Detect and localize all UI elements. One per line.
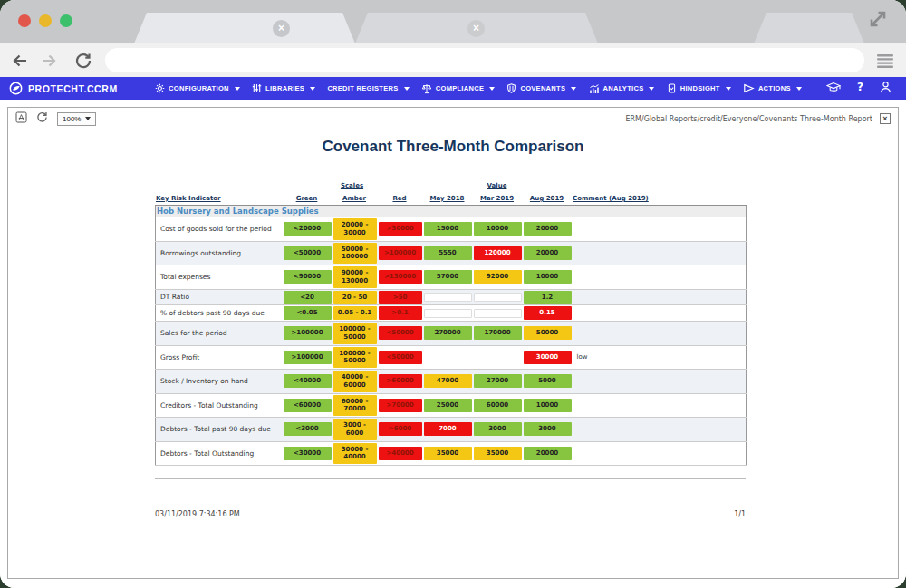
kri-label: Stock / Inventory on hand bbox=[156, 370, 283, 394]
nav-analytics[interactable]: ANALYTICS bbox=[589, 83, 655, 94]
table-row: Creditors - Total Outstanding<6000060000… bbox=[156, 393, 747, 418]
table-row: Debtors - Total past 90 days due<3000300… bbox=[156, 418, 747, 442]
page-number: 1/1 bbox=[734, 510, 746, 518]
value-cell-r: >130000 bbox=[379, 270, 422, 284]
nav-actions[interactable]: ACTIONS bbox=[743, 83, 802, 93]
browser-menu-icon[interactable] bbox=[875, 53, 895, 69]
help-icon[interactable]: ? bbox=[855, 81, 865, 97]
chevron-down-icon bbox=[649, 87, 654, 91]
nav-covenants[interactable]: COVENANTS bbox=[506, 83, 576, 93]
value-cell-g: 57000 bbox=[424, 270, 472, 284]
close-report-icon[interactable]: × bbox=[880, 113, 891, 124]
nav-label: ANALYTICS bbox=[603, 84, 644, 92]
kri-label: Sales for the period bbox=[156, 322, 283, 346]
nav-hindsight[interactable]: HINDSIGHT bbox=[667, 83, 731, 93]
value-cell-g: <3000 bbox=[284, 422, 332, 436]
bar-chart-icon bbox=[589, 83, 600, 94]
column-header: Red bbox=[377, 192, 422, 205]
value-cell-g: <30000 bbox=[284, 447, 332, 460]
value-cell-g: 1.2 bbox=[524, 291, 572, 304]
table-row: Debtors - Total Outstanding<3000030000 -… bbox=[156, 441, 747, 466]
scales-icon bbox=[421, 83, 432, 94]
chevron-down-icon bbox=[85, 117, 91, 120]
tab-close-icon[interactable]: × bbox=[467, 20, 485, 37]
close-window-button[interactable] bbox=[18, 14, 31, 27]
brand-label: PROTECHT.CCRM bbox=[28, 83, 118, 94]
comment-cell bbox=[573, 425, 746, 434]
kri-label: Total expenses bbox=[156, 265, 283, 290]
value-cell-r: >50 bbox=[379, 291, 422, 304]
browser-titlebar: × × bbox=[0, 0, 906, 43]
maximize-window-button[interactable] bbox=[60, 14, 72, 27]
user-icon[interactable] bbox=[880, 81, 892, 97]
value-cell-a: 47000 bbox=[424, 374, 472, 388]
value-cell-g: <20000 bbox=[284, 222, 332, 236]
refresh-icon[interactable] bbox=[74, 52, 92, 70]
table-row: Borrowings outstanding<5000050000 - 1000… bbox=[156, 241, 747, 265]
brand[interactable]: PROTECHT.CCRM bbox=[9, 82, 118, 95]
svg-text:?: ? bbox=[857, 81, 863, 93]
value-cell-g: 20000 bbox=[524, 246, 572, 260]
value-cell-g: <90000 bbox=[284, 270, 332, 284]
group-header-scales: Scales bbox=[282, 179, 422, 192]
nav-libraries[interactable]: LIBRARIES bbox=[252, 83, 315, 93]
value-cell-rw: 0.15 bbox=[524, 306, 572, 320]
nav-label: CONFIGURATION bbox=[169, 84, 229, 92]
nav-credit-registers[interactable]: CREDIT REGISTERS bbox=[327, 84, 409, 92]
graduation-cap-icon[interactable] bbox=[826, 81, 841, 97]
browser-tab-active[interactable] bbox=[134, 13, 355, 43]
report-data-table: Hob Nursery and Landscape Supplies Cost … bbox=[155, 205, 747, 466]
value-cell-eb bbox=[474, 293, 522, 302]
breadcrumb: ERM/Global Reports/credit/Everyone/Coven… bbox=[625, 115, 872, 123]
value-cell-a: 35000 bbox=[474, 447, 522, 460]
value-cell-g: <0.05 bbox=[284, 306, 332, 320]
minimize-window-button[interactable] bbox=[39, 14, 52, 27]
comment-cell bbox=[573, 329, 746, 338]
expand-icon[interactable] bbox=[866, 7, 890, 34]
export-pdf-icon[interactable] bbox=[15, 111, 27, 127]
value-cell-r: >60000 bbox=[379, 374, 422, 388]
browser-navbar bbox=[0, 43, 906, 77]
tab-close-icon[interactable]: × bbox=[273, 20, 290, 37]
value-cell-g: <40000 bbox=[284, 374, 332, 388]
value-cell-eb bbox=[424, 293, 472, 302]
report-refresh-icon[interactable] bbox=[36, 111, 48, 127]
browser-window: × × PROTECHT.CCRM CONFIGURATION bbox=[0, 0, 906, 588]
table-row: Total expenses<9000090000 - 130000>13000… bbox=[156, 265, 747, 290]
value-cell-g: 5000 bbox=[524, 374, 572, 388]
report-body: Covenant Three-Month Comparison Scales V… bbox=[8, 138, 898, 518]
value-cell-g: 3000 bbox=[474, 422, 522, 436]
value-cell-g: 3000 bbox=[524, 422, 572, 436]
kri-label: Debtors - Total past 90 days due bbox=[156, 418, 283, 442]
pennant-icon bbox=[743, 83, 755, 93]
nav-configuration[interactable]: CONFIGURATION bbox=[155, 83, 240, 93]
shield-icon bbox=[506, 83, 516, 93]
value-cell-eb bbox=[474, 309, 522, 318]
table-row: % of debtors past 90 days due<0.050.05 -… bbox=[156, 305, 747, 322]
zoom-select[interactable]: 100% bbox=[57, 112, 96, 126]
value-cell-g: 20000 bbox=[524, 447, 572, 460]
value-cell-a: 20000 - 30000 bbox=[333, 218, 377, 240]
comment-cell bbox=[573, 400, 746, 410]
comment-cell: low bbox=[573, 351, 746, 364]
kri-label: Creditors - Total Outstanding bbox=[156, 393, 283, 418]
url-input[interactable] bbox=[105, 48, 864, 72]
zoom-value: 100% bbox=[63, 115, 81, 123]
nav-compliance[interactable]: COMPLIANCE bbox=[421, 83, 495, 94]
forward-icon[interactable] bbox=[40, 52, 58, 70]
sliders-icon bbox=[252, 83, 262, 93]
chevron-down-icon bbox=[796, 87, 802, 91]
comment-cell bbox=[573, 248, 746, 257]
column-header: Comment (Aug 2019) bbox=[572, 192, 746, 205]
report-divider bbox=[155, 478, 746, 479]
value-cell-g: >100000 bbox=[284, 326, 332, 340]
value-cell-g: 15000 bbox=[424, 222, 472, 236]
value-cell-a: 90000 - 130000 bbox=[333, 266, 377, 288]
browser-tab-partial[interactable] bbox=[754, 13, 864, 43]
nav-label: COMPLIANCE bbox=[436, 84, 484, 92]
value-cell-r: >6000 bbox=[379, 422, 422, 436]
value-cell-rw: 30000 bbox=[524, 351, 572, 364]
back-icon[interactable] bbox=[11, 52, 29, 70]
value-cell-g: <60000 bbox=[284, 399, 332, 412]
page-content: 100% ERM/Global Reports/credit/Everyone/… bbox=[0, 100, 906, 588]
